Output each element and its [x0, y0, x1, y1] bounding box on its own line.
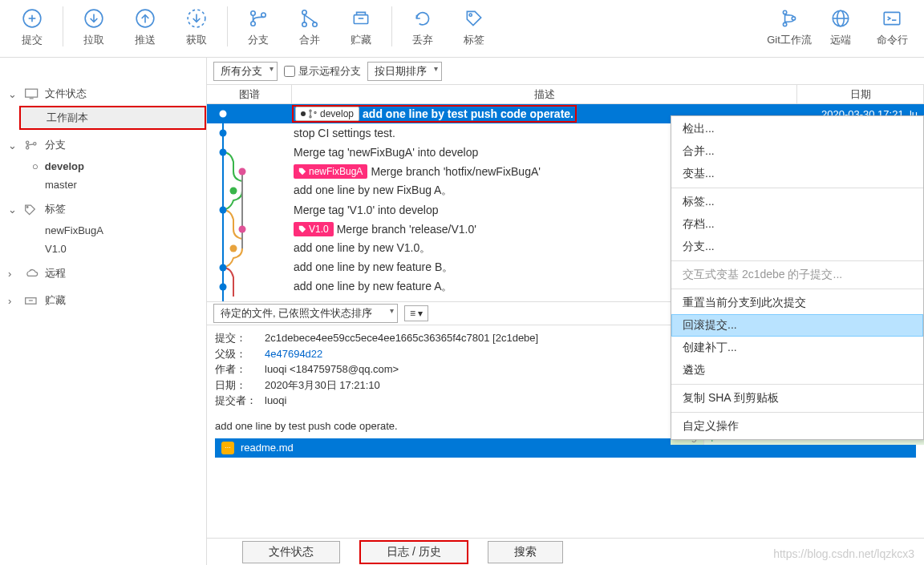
commit-tag: newFixBugA	[294, 164, 367, 179]
tab-log-history[interactable]: 日志 / 历史	[359, 540, 468, 564]
gitflow-icon	[778, 7, 800, 30]
ctx-reset[interactable]: 重置当前分支到此次提交	[671, 292, 923, 314]
commit-headers: 图谱 描述 日期	[207, 85, 924, 104]
discard-icon	[411, 7, 434, 30]
svg-point-14	[302, 22, 306, 26]
download-circle-icon	[83, 7, 105, 30]
discard-button[interactable]: 丢弃	[397, 3, 448, 51]
view-options-button[interactable]: ≡ ▾	[404, 305, 428, 321]
ctx-interactive-rebase: 交互式变基 2c1debe 的子提交...	[671, 264, 923, 286]
stash-icon	[350, 7, 372, 30]
svg-point-15	[313, 22, 317, 26]
chevron-right-icon: ›	[8, 268, 19, 280]
ctx-branch[interactable]: 分支...	[671, 236, 923, 258]
chevron-down-icon: ⌄	[8, 139, 19, 151]
ctx-patch[interactable]: 创建补丁...	[671, 337, 923, 359]
sidebar-tag-v10[interactable]: V1.0	[0, 240, 206, 258]
sidebar-tag-newfixbuga[interactable]: newFixBugA	[0, 221, 206, 240]
branch-icon	[24, 139, 40, 151]
fetch-button[interactable]: 获取	[171, 3, 222, 51]
svg-point-19	[469, 14, 472, 16]
terminal-icon	[881, 7, 903, 30]
svg-point-13	[302, 10, 306, 14]
merge-icon	[298, 7, 321, 30]
watermark: https://blog.csdn.net/lqzkcx3	[773, 547, 914, 560]
sidebar-tags-header[interactable]: ⌄标签	[0, 197, 206, 221]
sidebar: ⌄文件状态 工作副本 ⌄分支 ○develop master ⌄标签 newFi…	[0, 58, 207, 565]
tag-icon	[463, 7, 485, 30]
svg-point-41	[310, 116, 311, 118]
push-button[interactable]: 推送	[120, 3, 171, 51]
svg-point-31	[26, 141, 29, 143]
pull-button[interactable]: 拉取	[68, 3, 120, 51]
stash-button[interactable]: 贮藏	[335, 3, 387, 51]
cloud-icon	[24, 267, 40, 280]
ctx-archive[interactable]: 存档...	[671, 213, 923, 236]
filter-bar: 所有分支 显示远程分支 按日期排序	[207, 58, 924, 85]
ctx-revert[interactable]: 回滚提交...	[671, 314, 923, 337]
branch-button[interactable]: 分支	[233, 3, 284, 51]
sidebar-branches-header[interactable]: ⌄分支	[0, 133, 206, 157]
gitflow-button[interactable]: Git工作流	[764, 3, 815, 51]
chevron-down-icon: ⌄	[8, 204, 19, 216]
upload-circle-icon	[134, 7, 156, 30]
commit-tag: V1.0	[294, 222, 334, 236]
tab-search[interactable]: 搜索	[488, 541, 563, 563]
main-toolbar: 提交 拉取 推送 获取 分支 合并 贮藏 丢弃 标签 Git工作流 远端 命令行	[0, 0, 924, 58]
svg-point-10	[251, 22, 255, 26]
plus-circle-icon	[21, 7, 43, 30]
svg-point-32	[26, 147, 29, 149]
branch-icon	[308, 109, 318, 119]
merge-button[interactable]: 合并	[284, 3, 335, 51]
ctx-cherry-pick[interactable]: 遴选	[671, 359, 923, 381]
tag-icon	[24, 203, 40, 216]
terminal-button[interactable]: 命令行	[866, 3, 918, 51]
sidebar-file-status-header[interactable]: ⌄文件状态	[0, 82, 206, 106]
header-date: 日期	[797, 85, 924, 103]
ctx-custom[interactable]: 自定义操作	[671, 415, 923, 438]
fetch-icon	[185, 7, 208, 30]
sidebar-stashes-header[interactable]: ›贮藏	[0, 289, 206, 313]
sidebar-remotes-header[interactable]: ›远程	[0, 261, 206, 285]
svg-point-9	[251, 11, 255, 15]
svg-point-20	[783, 10, 786, 14]
file-status-filter[interactable]: 待定的文件, 已依照文件状态排序	[213, 304, 398, 323]
sidebar-branch-develop[interactable]: ○develop	[0, 157, 206, 176]
svg-rect-29	[26, 89, 38, 97]
sort-dropdown[interactable]: 按日期排序	[367, 62, 442, 81]
ctx-rebase[interactable]: 变基...	[671, 163, 923, 185]
stash-icon	[24, 294, 40, 307]
separator	[391, 6, 392, 46]
current-branch-tag: develop	[295, 107, 359, 121]
separator	[63, 6, 63, 46]
parent-link[interactable]: 4e47694d22	[265, 346, 322, 362]
sidebar-working-copy[interactable]: 工作副本	[19, 106, 206, 130]
svg-rect-27	[884, 12, 900, 24]
branch-icon	[247, 7, 270, 30]
chevron-down-icon: ⌄	[8, 88, 19, 100]
svg-point-42	[314, 111, 316, 113]
show-remote-checkbox[interactable]: 显示远程分支	[284, 64, 361, 79]
ctx-merge[interactable]: 合并...	[671, 140, 923, 163]
svg-point-40	[310, 110, 311, 111]
separator	[227, 6, 228, 46]
header-graph: 图谱	[207, 85, 292, 103]
tab-file-status[interactable]: 文件状态	[242, 541, 340, 563]
svg-point-21	[783, 22, 786, 26]
header-desc: 描述	[292, 85, 797, 103]
globe-icon	[829, 7, 852, 30]
tag-button[interactable]: 标签	[448, 3, 500, 51]
svg-point-35	[26, 207, 28, 208]
commit-button[interactable]: 提交	[6, 3, 58, 51]
svg-rect-17	[354, 15, 367, 24]
ctx-checkout[interactable]: 检出...	[671, 118, 923, 140]
ctx-tag[interactable]: 标签...	[671, 191, 923, 213]
chevron-right-icon: ›	[8, 295, 19, 307]
remote-button[interactable]: 远端	[815, 3, 866, 51]
sidebar-branch-master[interactable]: master	[0, 176, 206, 194]
branch-filter-dropdown[interactable]: 所有分支	[213, 62, 278, 81]
file-modified-icon: ···	[221, 442, 234, 454]
svg-point-33	[34, 143, 36, 145]
ctx-copy-sha[interactable]: 复制 SHA 到剪贴板	[671, 387, 923, 410]
svg-point-22	[792, 17, 795, 20]
